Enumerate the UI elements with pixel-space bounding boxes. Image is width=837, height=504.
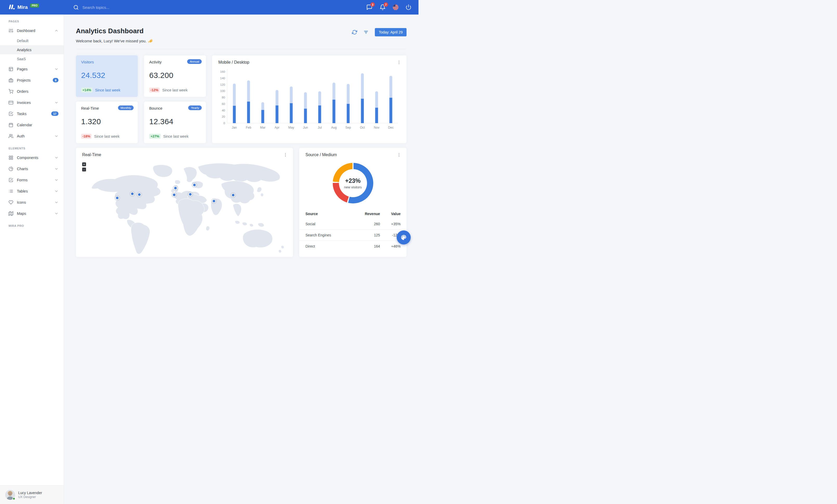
navbar-search — [73, 5, 150, 10]
svg-text:0: 0 — [224, 122, 225, 125]
chevron-down-icon — [54, 100, 58, 105]
stat-delta-chip: -18% — [81, 134, 91, 139]
sidebar-item-tables[interactable]: Tables — [0, 186, 64, 197]
sidebar-item-projects[interactable]: Projects8 — [0, 75, 64, 86]
list-icon — [8, 189, 13, 193]
theme-settings-fab[interactable] — [397, 230, 411, 244]
map-marker[interactable] — [231, 193, 235, 197]
svg-text:20: 20 — [222, 115, 225, 118]
kebab-menu-icon[interactable] — [397, 60, 401, 65]
sidebar-item-forms[interactable]: Forms — [0, 174, 64, 186]
table-row: Social 260 +35% — [299, 219, 407, 230]
power-icon — [406, 4, 411, 10]
users-icon — [8, 134, 13, 138]
world-map[interactable]: + - — [76, 159, 293, 252]
svg-text:60: 60 — [222, 102, 225, 106]
sidebar-item-charts[interactable]: Charts — [0, 163, 64, 174]
sliders-icon — [8, 28, 13, 33]
donut-center-label: new visitors — [344, 185, 362, 189]
stat-period-pill[interactable]: Monthly — [118, 106, 133, 110]
search-input[interactable] — [83, 5, 150, 10]
map-marker[interactable] — [138, 193, 141, 197]
source-medium-title: Source / Medium — [305, 152, 337, 157]
pro-badge: PRO — [30, 4, 39, 7]
svg-text:40: 40 — [222, 109, 225, 112]
sidebar-item-auth[interactable]: Auth — [0, 130, 64, 142]
sidebar-item-label: Icons — [17, 200, 26, 204]
cell-revenue: 125 — [354, 230, 380, 241]
map-marker[interactable] — [189, 192, 192, 196]
language-flag-button[interactable] — [393, 4, 398, 10]
stat-card-visitors: Visitors24.532+14%Since last week — [76, 55, 138, 97]
today-button[interactable]: Today: April 29 — [375, 28, 407, 36]
sidebar-item-invoices[interactable]: Invoices — [0, 97, 64, 108]
map-title: Real-Time — [82, 152, 101, 157]
svg-text:160: 160 — [220, 70, 225, 73]
svg-text:100: 100 — [220, 89, 225, 93]
stat-card-activity: ActivityAnnual63.200-12%Since last week — [144, 55, 206, 97]
map-marker[interactable] — [174, 186, 177, 190]
sidebar-item-tasks[interactable]: Tasks17 — [0, 108, 64, 119]
map-marker[interactable] — [172, 193, 176, 197]
calendar-icon — [8, 123, 13, 127]
sidebar-item-orders[interactable]: Orders — [0, 86, 64, 97]
top-navbar: Mira PRO 3 7 — [0, 0, 418, 15]
sidebar-item-label: Tables — [17, 189, 28, 193]
svg-text:Oct: Oct — [360, 126, 365, 129]
stat-period-pill[interactable]: Yearly — [188, 106, 202, 110]
sidebar-item-maps[interactable]: Maps — [0, 208, 64, 219]
navbar-actions: 3 7 — [366, 4, 418, 11]
source-donut-chart: +23% new visitors — [333, 163, 373, 203]
notifications-button[interactable]: 7 — [379, 4, 386, 11]
sidebar-item-icons[interactable]: Icons — [0, 197, 64, 208]
svg-text:Sep: Sep — [345, 126, 351, 129]
map-marker[interactable] — [212, 199, 216, 203]
col-source: Source — [299, 209, 354, 219]
stat-caption: Since last week — [163, 134, 189, 138]
svg-text:Aug: Aug — [331, 126, 337, 129]
stat-value: 1.320 — [81, 117, 132, 126]
col-value: Value — [380, 209, 407, 219]
sidebar-subitem-saas[interactable]: SaaS — [0, 54, 64, 63]
filter-icon[interactable] — [363, 30, 369, 35]
refresh-icon[interactable] — [352, 30, 357, 35]
messages-button[interactable]: 3 — [366, 4, 373, 11]
brand-logo[interactable]: Mira PRO — [0, 4, 64, 11]
sidebar-item-label: Invoices — [17, 100, 31, 105]
sidebar-subitem-analytics[interactable]: Analytics — [0, 45, 64, 54]
sidebar-item-pages[interactable]: Pages — [0, 63, 64, 75]
stat-caption: Since last week — [162, 88, 188, 92]
waving-hand-emoji — [148, 38, 153, 43]
map-marker[interactable] — [130, 192, 134, 195]
cell-source: Search Engines — [299, 230, 354, 241]
chevron-down-icon — [54, 189, 58, 193]
header-divider — [76, 49, 407, 49]
main-content: Analytics Dashboard Welcome back, Lucy! … — [64, 15, 418, 252]
sidebar-section-label: MIRA PRO — [0, 219, 64, 229]
cell-source: Direct — [299, 241, 354, 252]
map-zoom-out-button[interactable]: - — [82, 168, 86, 171]
sidebar-badge: 17 — [51, 111, 58, 116]
map-zoom-in-button[interactable]: + — [82, 162, 86, 166]
stat-value: 63.200 — [149, 71, 201, 80]
sidebar-item-calendar[interactable]: Calendar — [0, 119, 64, 130]
kebab-menu-icon[interactable] — [397, 152, 401, 157]
sidebar-subitem-default[interactable]: Default — [0, 36, 64, 45]
sidebar: PAGESDashboardDefaultAnalyticsSaaSPagesP… — [0, 15, 64, 252]
stat-delta-chip: +27% — [149, 134, 161, 139]
sidebar-item-components[interactable]: Components — [0, 152, 64, 163]
stat-caption: Since last week — [94, 134, 119, 138]
sidebar-item-label: Dashboard — [17, 29, 35, 33]
stat-period-pill[interactable]: Annual — [187, 59, 202, 64]
logout-button[interactable] — [406, 4, 412, 11]
svg-text:May: May — [288, 126, 294, 129]
sidebar-nav: PAGESDashboardDefaultAnalyticsSaaSPagesP… — [0, 15, 64, 229]
kebab-menu-icon[interactable] — [283, 152, 288, 157]
map-marker[interactable] — [115, 196, 119, 200]
search-icon — [73, 5, 79, 10]
realtime-map-card: Real-Time + - — [76, 148, 293, 252]
cell-revenue: 260 — [354, 219, 380, 230]
sidebar-item-dashboard[interactable]: Dashboard — [0, 25, 64, 36]
stat-title: Visitors — [81, 60, 132, 64]
map-marker[interactable] — [193, 183, 196, 187]
